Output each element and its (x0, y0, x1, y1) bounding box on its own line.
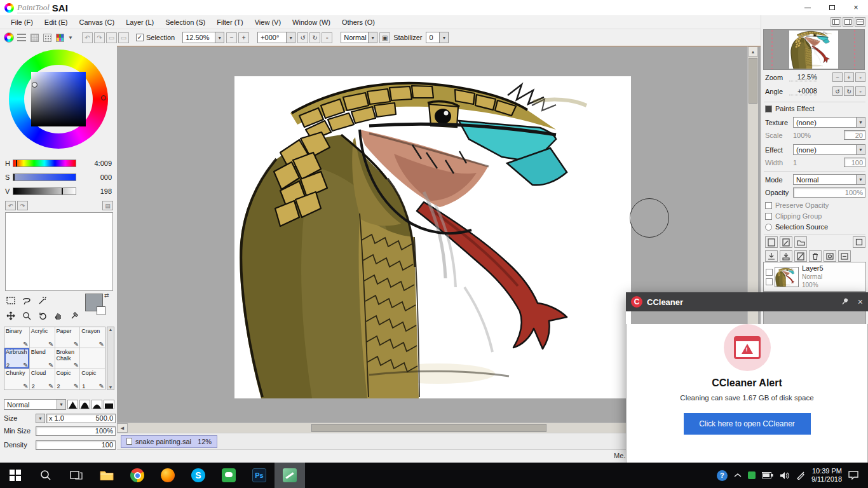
brush-empty-slot[interactable] (80, 348, 105, 369)
scroll-left-icon[interactable]: ◀ (117, 423, 128, 433)
menu-view[interactable]: View (V) (249, 17, 287, 28)
messenger-app-button[interactable] (214, 463, 244, 488)
effect-dropdown-icon[interactable]: ▼ (857, 144, 865, 155)
zoom-tool[interactable] (20, 309, 34, 323)
reset-view-button[interactable]: ▫ (322, 32, 332, 43)
brush-tip-dome[interactable] (79, 400, 90, 409)
rotate-cw-button[interactable]: ↻ (309, 32, 320, 43)
invert-selection-button[interactable]: ▭ (118, 32, 129, 43)
brush-cloud[interactable]: Cloud2✎ (30, 369, 55, 390)
min-size-slider[interactable]: 100% (36, 426, 116, 436)
scratchpad-panel-toggle[interactable] (41, 32, 53, 43)
hand-tool[interactable] (51, 309, 65, 323)
zoom-dropdown-icon[interactable]: ▼ (215, 32, 224, 43)
navigator-thumbnail[interactable] (763, 29, 865, 70)
effect-combo[interactable]: (none) ▼ (793, 144, 865, 155)
clipping-group-checkbox[interactable] (765, 213, 772, 220)
layer-mask-button[interactable] (824, 250, 836, 262)
menu-window[interactable]: Window (W) (287, 17, 336, 28)
custom-palette-toggle[interactable] (54, 32, 65, 43)
layer-name[interactable]: Layer5 (802, 264, 824, 273)
skype-button[interactable]: S (183, 463, 214, 488)
brush-blend-mode-combo[interactable]: Normal ▼ (4, 399, 66, 410)
nav-angle-reset-button[interactable]: ▫ (855, 86, 865, 96)
menu-selection[interactable]: Selection (S) (159, 17, 211, 28)
merge-down-button[interactable] (780, 250, 792, 262)
zoom-combo[interactable]: 12.50% ▼ (182, 32, 224, 43)
brush-mode-dropdown-icon[interactable]: ▼ (57, 399, 66, 410)
nav-zoom-in-button[interactable]: + (844, 72, 854, 82)
scratchpad-options-button[interactable]: ▤ (102, 201, 113, 210)
texture-dropdown-icon[interactable]: ▼ (857, 117, 865, 128)
density-slider[interactable]: 100 (36, 440, 116, 450)
menu-others[interactable]: Others (O) (336, 17, 381, 28)
scroll-up-icon[interactable]: ▲ (748, 46, 758, 57)
paint-mode-dropdown-icon[interactable]: ▼ (369, 32, 377, 43)
move-tool[interactable] (4, 309, 18, 323)
layer-opacity-slider[interactable]: 100% (793, 187, 865, 198)
ccleaner-popup-header[interactable]: C CCleaner × (626, 292, 868, 311)
chrome-button[interactable] (122, 463, 153, 488)
vertical-scroll-thumb[interactable] (749, 58, 757, 104)
pen-tray-icon[interactable] (796, 471, 805, 480)
rotate-ccw-button[interactable]: ↺ (297, 32, 308, 43)
delete-layer-button[interactable] (809, 250, 822, 262)
sv-marker[interactable] (32, 82, 37, 88)
brush-tip-flat[interactable] (104, 400, 114, 409)
color-wheel-panel-toggle[interactable] (3, 32, 15, 43)
panel-layout-3-button[interactable] (855, 17, 865, 27)
selection-source-radio[interactable] (765, 224, 772, 231)
color-sliders-panel-toggle[interactable] (16, 32, 27, 43)
menu-edit[interactable]: Edit (E) (39, 17, 74, 28)
action-center-icon[interactable] (848, 471, 858, 480)
new-layer-set-button[interactable] (794, 236, 807, 248)
brush-copic-1[interactable]: Copic1✎ (80, 369, 105, 390)
layer-entry-layer5[interactable]: Layer5 Normal 100% (764, 262, 865, 292)
brush-airbrush[interactable]: Airbrush2✎ (4, 348, 29, 369)
saturation-slider[interactable] (13, 173, 76, 181)
magic-wand-tool[interactable] (36, 294, 50, 308)
scroll-up-icon[interactable]: ▲ (109, 327, 113, 332)
navigator-angle-value[interactable]: +0008 (789, 87, 817, 95)
brush-blend[interactable]: Blend✎ (30, 348, 55, 369)
maximize-button[interactable] (820, 0, 844, 15)
zoom-out-button[interactable]: − (226, 32, 237, 43)
brush-broken-chalk[interactable]: Broken Chalk✎ (55, 348, 80, 369)
layer-extra-button[interactable] (853, 236, 865, 248)
minimize-button[interactable] (796, 0, 820, 15)
brush-copic-2[interactable]: Copic2✎ (55, 369, 80, 390)
scroll-down-icon[interactable]: ▼ (109, 385, 113, 390)
antivirus-tray-icon[interactable] (748, 471, 756, 479)
effect-width-amount-box[interactable]: 100 (844, 158, 865, 167)
paint-mode-combo[interactable]: Normal ▼ (341, 32, 377, 43)
start-button[interactable] (0, 463, 31, 488)
menu-file[interactable]: File (F) (5, 17, 39, 28)
lasso-tool[interactable] (20, 294, 34, 308)
task-view-button[interactable] (61, 463, 92, 488)
texture-scale-amount-box[interactable]: 20 (844, 130, 865, 140)
photoshop-button[interactable]: Ps (244, 463, 275, 488)
value-slider[interactable] (13, 187, 76, 195)
undo-button[interactable]: ↶ (82, 32, 93, 43)
swap-colors-icon[interactable]: ⇄ (104, 292, 109, 299)
texture-combo[interactable]: (none) ▼ (793, 117, 865, 128)
new-linework-layer-button[interactable] (780, 236, 792, 248)
saturation-value-square[interactable] (31, 72, 86, 126)
layer-lock-toggle[interactable] (766, 278, 773, 285)
new-layer-button[interactable] (765, 236, 778, 248)
secondary-color-swatch[interactable] (97, 306, 105, 315)
eyedropper-tool[interactable] (67, 309, 81, 323)
panel-more-dropdown-icon[interactable]: ▼ (66, 35, 75, 41)
transfer-down-button[interactable] (765, 250, 778, 262)
file-explorer-button[interactable] (92, 463, 122, 488)
swatch-prev-button[interactable]: ↶ (5, 201, 16, 210)
nav-rotate-cw-button[interactable]: ↻ (844, 86, 854, 96)
pin-icon[interactable] (841, 297, 849, 307)
panel-layout-2-button[interactable] (843, 17, 853, 27)
brush-acrylic[interactable]: Acrylic✎ (30, 327, 55, 348)
color-wheel[interactable] (9, 50, 108, 149)
hue-marker[interactable] (101, 95, 106, 100)
brush-tip-pointed[interactable] (67, 400, 78, 409)
battery-icon[interactable] (762, 472, 773, 478)
brush-paper[interactable]: Paper✎ (55, 327, 80, 348)
